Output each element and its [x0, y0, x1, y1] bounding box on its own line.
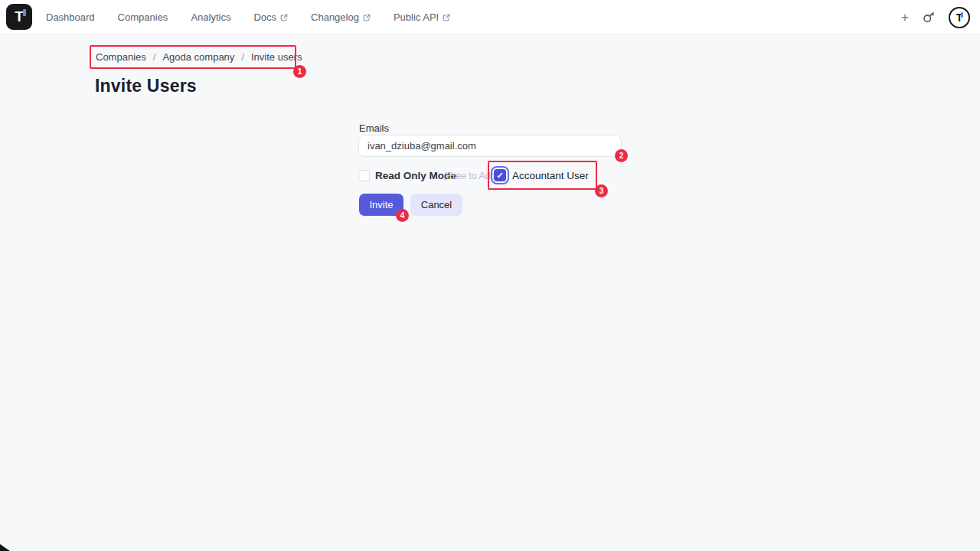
- accountant-checkbox[interactable]: ✓: [494, 169, 506, 181]
- nav-label: Changelog: [311, 11, 359, 23]
- avatar-letter: T: [950, 8, 969, 27]
- user-avatar[interactable]: T: [949, 7, 970, 28]
- cancel-button[interactable]: Cancel: [410, 194, 462, 216]
- breadcrumb-companies[interactable]: Companies: [96, 51, 146, 63]
- breadcrumb-invite-users[interactable]: Invite users: [251, 51, 302, 63]
- nav-label: Companies: [118, 11, 168, 23]
- accountant-user-label[interactable]: Accountant User: [512, 170, 589, 181]
- nav-item-changelog[interactable]: Changelog: [311, 11, 371, 23]
- add-icon[interactable]: +: [901, 11, 909, 24]
- nav-item-dashboard[interactable]: Dashboard: [46, 11, 95, 23]
- nav-label: Analytics: [191, 11, 230, 23]
- header-actions: + T: [901, 0, 970, 34]
- nav-item-public-api[interactable]: Public API: [394, 11, 450, 23]
- nav-label: Dashboard: [46, 11, 95, 23]
- nav-item-analytics[interactable]: Analytics: [191, 11, 230, 23]
- breadcrumb-separator: /: [241, 51, 244, 63]
- logo-blue-accent: [23, 9, 26, 16]
- breadcrumb-separator: /: [153, 51, 156, 63]
- logo-letter: T: [6, 4, 32, 30]
- cursor-artifact: [0, 544, 10, 551]
- nav-item-companies[interactable]: Companies: [118, 11, 168, 23]
- external-link-icon: [363, 14, 371, 21]
- main-nav: Dashboard Companies Analytics Docs Chang…: [46, 0, 450, 34]
- nav-item-docs[interactable]: Docs: [253, 11, 288, 23]
- emails-label: Emails: [359, 122, 389, 134]
- page-title: Invite Users: [95, 76, 197, 96]
- top-navbar: T Dashboard Companies Analytics Docs Cha…: [0, 0, 980, 34]
- breadcrumb: Companies / Agoda company / Invite users: [96, 51, 302, 63]
- breadcrumb-agoda-company[interactable]: Agoda company: [162, 51, 234, 63]
- read-only-hint: (Free to Add): [443, 171, 499, 181]
- annotation-badge-1: 1: [293, 65, 306, 78]
- nav-label: Docs: [253, 11, 276, 23]
- external-link-icon: [443, 14, 450, 21]
- checkmark-icon: ✓: [496, 171, 503, 180]
- emails-input[interactable]: [358, 135, 622, 157]
- external-link-icon: [280, 14, 288, 21]
- read-only-checkbox[interactable]: [358, 170, 370, 181]
- annotation-badge-3: 3: [595, 184, 608, 197]
- app-logo[interactable]: T: [6, 4, 32, 30]
- avatar-blue-accent: [961, 12, 963, 18]
- invite-button[interactable]: Invite: [359, 194, 403, 216]
- search-icon[interactable]: [922, 11, 936, 24]
- nav-label: Public API: [394, 11, 439, 23]
